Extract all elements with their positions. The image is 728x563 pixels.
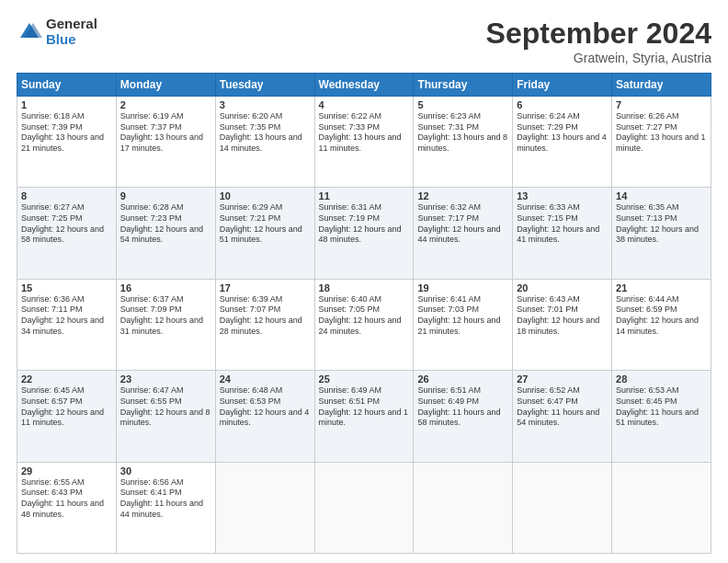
table-row: 4 Sunrise: 6:22 AM Sunset: 7:33 PM Dayli… [314,97,414,188]
table-row: 30 Sunrise: 6:56 AM Sunset: 6:41 PM Dayl… [116,462,215,553]
col-wednesday: Wednesday [314,74,414,97]
cell-content: Sunrise: 6:31 AM Sunset: 7:19 PM Dayligh… [319,202,410,246]
cell-content: Sunrise: 6:48 AM Sunset: 6:53 PM Dayligh… [220,385,311,429]
table-row: 13 Sunrise: 6:33 AM Sunset: 7:15 PM Dayl… [513,188,612,279]
cell-content: Sunrise: 6:36 AM Sunset: 7:11 PM Dayligh… [21,294,112,338]
table-row: 23 Sunrise: 6:47 AM Sunset: 6:55 PM Dayl… [116,371,215,462]
table-row [215,462,314,553]
table-row: 16 Sunrise: 6:37 AM Sunset: 7:09 PM Dayl… [116,279,215,370]
day-number: 24 [220,373,311,385]
day-number: 15 [21,282,112,293]
logo: General Blue [17,17,97,47]
location: Gratwein, Styria, Austria [486,51,711,65]
table-row: 6 Sunrise: 6:24 AM Sunset: 7:29 PM Dayli… [513,97,612,188]
table-row: 5 Sunrise: 6:23 AM Sunset: 7:31 PM Dayli… [414,97,513,188]
table-row: 1 Sunrise: 6:18 AM Sunset: 7:39 PM Dayli… [17,97,117,188]
day-number: 3 [220,99,311,110]
table-row: 9 Sunrise: 6:28 AM Sunset: 7:23 PM Dayli… [116,188,215,279]
cell-content: Sunrise: 6:24 AM Sunset: 7:29 PM Dayligh… [517,111,608,155]
cell-content: Sunrise: 6:43 AM Sunset: 7:01 PM Dayligh… [517,294,608,338]
day-number: 4 [319,99,410,110]
cell-content: Sunrise: 6:55 AM Sunset: 6:43 PM Dayligh… [21,477,112,521]
cell-content: Sunrise: 6:27 AM Sunset: 7:25 PM Dayligh… [21,202,112,246]
cell-content: Sunrise: 6:49 AM Sunset: 6:51 PM Dayligh… [319,385,410,429]
col-sunday: Sunday [17,74,117,97]
table-row: 25 Sunrise: 6:49 AM Sunset: 6:51 PM Dayl… [314,371,414,462]
day-number: 2 [120,99,211,110]
table-row: 8 Sunrise: 6:27 AM Sunset: 7:25 PM Dayli… [17,188,117,279]
table-row: 14 Sunrise: 6:35 AM Sunset: 7:13 PM Dayl… [612,188,711,279]
day-number: 10 [220,190,311,201]
cell-content: Sunrise: 6:53 AM Sunset: 6:45 PM Dayligh… [616,385,707,429]
day-number: 13 [517,190,608,201]
day-number: 26 [417,373,508,385]
cell-content: Sunrise: 6:39 AM Sunset: 7:07 PM Dayligh… [220,294,311,338]
cell-content: Sunrise: 6:23 AM Sunset: 7:31 PM Dayligh… [417,111,508,155]
day-number: 30 [120,465,211,477]
day-number: 11 [319,190,410,201]
day-number: 9 [120,190,211,201]
table-row: 28 Sunrise: 6:53 AM Sunset: 6:45 PM Dayl… [612,371,711,462]
day-number: 29 [21,465,112,477]
day-number: 25 [319,373,410,385]
table-row: 11 Sunrise: 6:31 AM Sunset: 7:19 PM Dayl… [314,188,414,279]
cell-content: Sunrise: 6:51 AM Sunset: 6:49 PM Dayligh… [417,385,508,429]
month-title: September 2024 [486,17,711,51]
day-number: 27 [517,373,608,385]
cell-content: Sunrise: 6:47 AM Sunset: 6:55 PM Dayligh… [120,385,211,429]
cell-content: Sunrise: 6:41 AM Sunset: 7:03 PM Dayligh… [417,294,508,338]
table-row: 15 Sunrise: 6:36 AM Sunset: 7:11 PM Dayl… [17,279,117,370]
title-section: September 2024 Gratwein, Styria, Austria [486,17,711,65]
cell-content: Sunrise: 6:20 AM Sunset: 7:35 PM Dayligh… [220,111,311,155]
cell-content: Sunrise: 6:45 AM Sunset: 6:57 PM Dayligh… [21,385,112,429]
header-row: Sunday Monday Tuesday Wednesday Thursday… [17,74,711,97]
cell-content: Sunrise: 6:35 AM Sunset: 7:13 PM Dayligh… [616,202,707,246]
table-row [513,462,612,553]
cell-content: Sunrise: 6:26 AM Sunset: 7:27 PM Dayligh… [616,111,707,155]
day-number: 20 [517,282,608,293]
day-number: 14 [616,190,707,201]
table-row: 21 Sunrise: 6:44 AM Sunset: 6:59 PM Dayl… [612,279,711,370]
calendar-table: Sunday Monday Tuesday Wednesday Thursday… [17,73,711,554]
table-row [314,462,414,553]
cell-content: Sunrise: 6:33 AM Sunset: 7:15 PM Dayligh… [517,202,608,246]
day-number: 8 [21,190,112,201]
table-row: 27 Sunrise: 6:52 AM Sunset: 6:47 PM Dayl… [513,371,612,462]
cell-content: Sunrise: 6:32 AM Sunset: 7:17 PM Dayligh… [417,202,508,246]
day-number: 1 [21,99,112,110]
cell-content: Sunrise: 6:37 AM Sunset: 7:09 PM Dayligh… [120,294,211,338]
cell-content: Sunrise: 6:22 AM Sunset: 7:33 PM Dayligh… [319,111,410,155]
table-row: 7 Sunrise: 6:26 AM Sunset: 7:27 PM Dayli… [612,97,711,188]
day-number: 21 [616,282,707,293]
col-monday: Monday [116,74,215,97]
table-row: 26 Sunrise: 6:51 AM Sunset: 6:49 PM Dayl… [414,371,513,462]
table-row: 2 Sunrise: 6:19 AM Sunset: 7:37 PM Dayli… [116,97,215,188]
table-row [612,462,711,553]
table-row: 19 Sunrise: 6:41 AM Sunset: 7:03 PM Dayl… [414,279,513,370]
col-tuesday: Tuesday [215,74,314,97]
table-row: 22 Sunrise: 6:45 AM Sunset: 6:57 PM Dayl… [17,371,117,462]
cell-content: Sunrise: 6:40 AM Sunset: 7:05 PM Dayligh… [319,294,410,338]
table-row: 3 Sunrise: 6:20 AM Sunset: 7:35 PM Dayli… [215,97,314,188]
cell-content: Sunrise: 6:44 AM Sunset: 6:59 PM Dayligh… [616,294,707,338]
day-number: 18 [319,282,410,293]
day-number: 6 [517,99,608,110]
day-number: 12 [417,190,508,201]
cell-content: Sunrise: 6:52 AM Sunset: 6:47 PM Dayligh… [517,385,608,429]
logo-blue-text: Blue [46,32,97,48]
table-row [414,462,513,553]
day-number: 16 [120,282,211,293]
cell-content: Sunrise: 6:19 AM Sunset: 7:37 PM Dayligh… [120,111,211,155]
table-row: 20 Sunrise: 6:43 AM Sunset: 7:01 PM Dayl… [513,279,612,370]
cell-content: Sunrise: 6:28 AM Sunset: 7:23 PM Dayligh… [120,202,211,246]
table-row: 24 Sunrise: 6:48 AM Sunset: 6:53 PM Dayl… [215,371,314,462]
day-number: 23 [120,373,211,385]
col-friday: Friday [513,74,612,97]
col-thursday: Thursday [414,74,513,97]
table-row: 12 Sunrise: 6:32 AM Sunset: 7:17 PM Dayl… [414,188,513,279]
logo-icon [17,19,42,45]
day-number: 22 [21,373,112,385]
day-number: 7 [616,99,707,110]
col-saturday: Saturday [612,74,711,97]
day-number: 17 [220,282,311,293]
